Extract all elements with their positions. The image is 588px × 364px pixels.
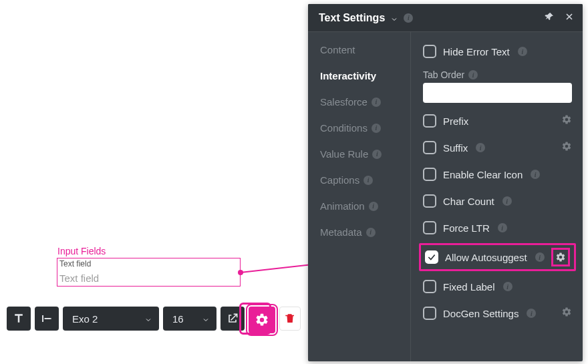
- option-allow-autosuggest[interactable]: Allow Autosuggest i: [419, 243, 576, 271]
- tab-order-label: Tab Order i: [423, 69, 572, 80]
- font-size-select[interactable]: 16: [163, 307, 216, 331]
- text-icon: [12, 312, 25, 325]
- info-icon: i: [535, 252, 545, 262]
- align-button[interactable]: [35, 307, 59, 331]
- option-suffix[interactable]: Suffix i: [423, 139, 572, 156]
- checkbox[interactable]: [423, 221, 436, 234]
- prefix-settings[interactable]: [561, 114, 572, 128]
- font-size-value: 16: [172, 313, 184, 325]
- option-force-ltr[interactable]: Force LTR i: [423, 219, 572, 236]
- pin-icon: [544, 11, 555, 22]
- option-hide-error-text[interactable]: Hide Error Text i: [423, 43, 572, 60]
- tab-metadata[interactable]: Metadatai: [320, 226, 410, 238]
- checkbox[interactable]: [423, 141, 436, 154]
- info-icon: i: [369, 202, 378, 211]
- gear-icon: [561, 141, 572, 152]
- tab-value-rule[interactable]: Value Rulei: [320, 148, 410, 160]
- chevron-down-icon: [202, 315, 210, 323]
- chevron-down-icon[interactable]: [390, 14, 398, 22]
- popout-button[interactable]: [220, 307, 245, 331]
- info-icon: i: [468, 70, 478, 79]
- settings-button[interactable]: [249, 307, 275, 333]
- text-field-placeholder: Text field: [59, 272, 99, 284]
- text-field-label: Text field: [59, 259, 91, 268]
- external-link-icon: [226, 312, 239, 325]
- tab-salesforce[interactable]: Salesforcei: [320, 96, 410, 108]
- checkbox[interactable]: [423, 280, 436, 293]
- delete-button[interactable]: [279, 307, 301, 331]
- gear-icon: [555, 252, 566, 262]
- option-label: Char Count: [443, 196, 494, 207]
- tab-interactivity[interactable]: Interactivity: [320, 70, 410, 81]
- check-icon: [427, 252, 436, 262]
- info-icon: i: [372, 150, 382, 159]
- option-label: Fixed Label: [443, 281, 495, 293]
- checkbox[interactable]: [423, 114, 436, 128]
- info-icon: i: [372, 98, 381, 107]
- option-prefix[interactable]: Prefix: [423, 112, 572, 130]
- text-field[interactable]: Text field Text field: [57, 258, 241, 287]
- option-label: Force LTR: [443, 222, 490, 234]
- gear-icon: [561, 114, 572, 125]
- trash-icon: [284, 313, 296, 325]
- option-label: DocGen Settings: [443, 308, 519, 319]
- option-char-count[interactable]: Char Count i: [423, 192, 572, 210]
- resize-handle[interactable]: [238, 270, 243, 275]
- option-docgen-settings[interactable]: DocGen Settings i: [423, 305, 572, 322]
- tab-content[interactable]: Content: [320, 44, 410, 55]
- panel-options: Hide Error Text i Tab Order i Prefix Suf…: [411, 32, 583, 361]
- info-icon: i: [363, 176, 373, 185]
- gear-icon: [255, 313, 269, 327]
- option-label: Prefix: [443, 116, 468, 127]
- checkbox[interactable]: [423, 194, 436, 208]
- section-title: Input Fields: [57, 246, 106, 256]
- checkbox[interactable]: [425, 250, 438, 264]
- info-icon: i: [527, 309, 536, 318]
- info-icon: i: [502, 196, 512, 206]
- info-icon: i: [366, 228, 376, 237]
- checkbox[interactable]: [423, 168, 436, 181]
- panel-title: Text Settings: [319, 12, 385, 24]
- checkbox[interactable]: [423, 307, 436, 320]
- text-settings-panel: Text Settings i Content Interactivity Sa…: [308, 4, 583, 361]
- align-left-icon: [40, 312, 53, 325]
- info-icon[interactable]: i: [404, 13, 413, 23]
- close-icon: [564, 11, 575, 22]
- info-icon: i: [476, 143, 485, 152]
- option-label: Allow Autosuggest: [445, 252, 527, 263]
- panel-tabs: Content Interactivity Salesforcei Condit…: [308, 32, 411, 361]
- suffix-settings[interactable]: [561, 141, 572, 154]
- font-family-select[interactable]: Exo 2: [63, 307, 159, 331]
- chevron-down-icon: [144, 315, 152, 323]
- info-icon: i: [372, 124, 381, 133]
- font-family-value: Exo 2: [72, 313, 98, 325]
- gear-icon: [561, 307, 572, 317]
- info-icon: i: [531, 170, 540, 179]
- bottom-toolbar: Exo 2 16: [7, 307, 301, 331]
- checkbox[interactable]: [423, 45, 436, 58]
- info-icon: i: [498, 223, 507, 232]
- autosuggest-settings[interactable]: [551, 248, 570, 266]
- option-enable-clear-icon[interactable]: Enable Clear Icon i: [423, 166, 572, 183]
- tab-animation[interactable]: Animationi: [320, 200, 410, 212]
- info-icon: i: [518, 47, 527, 56]
- info-icon: i: [503, 282, 512, 291]
- panel-header: Text Settings i: [308, 4, 583, 32]
- tab-order-input[interactable]: [423, 83, 572, 103]
- pin-button[interactable]: [544, 11, 555, 25]
- option-label: Enable Clear Icon: [443, 169, 523, 180]
- option-label: Suffix: [443, 142, 468, 154]
- option-label: Hide Error Text: [443, 46, 510, 57]
- close-button[interactable]: [564, 11, 575, 25]
- tab-captions[interactable]: Captionsi: [320, 174, 410, 186]
- tab-conditions[interactable]: Conditionsi: [320, 122, 410, 134]
- docgen-configure[interactable]: [561, 307, 572, 320]
- option-fixed-label[interactable]: Fixed Label i: [423, 278, 572, 295]
- text-style-button[interactable]: [7, 307, 31, 331]
